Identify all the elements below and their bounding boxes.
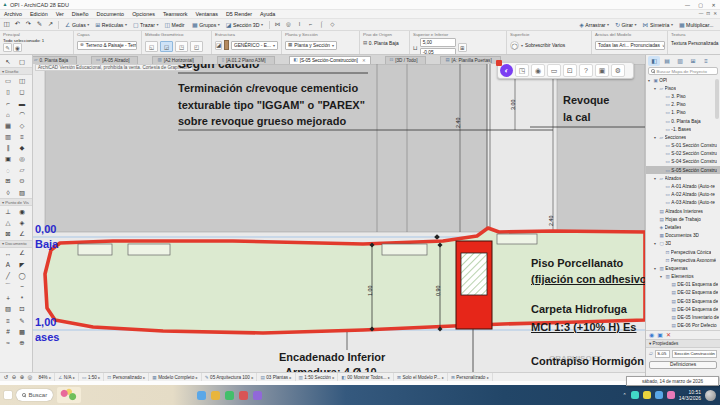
menu-item[interactable]: Opciones — [128, 11, 159, 17]
document-tool-icon[interactable]: ≡ — [1, 315, 15, 326]
tree-item[interactable]: ▭ S-05 Sección Constru — [646, 166, 720, 174]
design-tool-icon[interactable]: ◇ — [15, 120, 29, 131]
tray-chevron-icon[interactable]: ⌃ — [623, 392, 627, 398]
tray-app-icon[interactable] — [655, 391, 663, 399]
tree-item[interactable]: ▤ DE-06 Por Defecto — [646, 322, 720, 330]
menu-item[interactable]: Diseño — [68, 11, 93, 17]
document-tool-icon[interactable]: ◤ — [15, 259, 29, 270]
document-tool-icon[interactable]: ▩ — [15, 326, 29, 337]
principal-icon[interactable]: ◉ — [13, 43, 22, 52]
quick-option-field[interactable]: 84%▸ — [34, 373, 55, 381]
palette-icon[interactable]: ▭ — [547, 64, 561, 77]
minimize-button[interactable]: — — [681, 0, 694, 9]
toolbar-icon[interactable]: ⋈ — [273, 20, 282, 29]
design-tool-icon[interactable]: ▬ — [15, 98, 29, 109]
geometry-method-icon[interactable]: ◳ — [175, 41, 188, 52]
zoom-control-icon[interactable]: ↺ — [2, 374, 10, 380]
quick-option-field[interactable]: ▦Modelo Completo▸ — [149, 373, 201, 381]
document-tool-icon[interactable]: ╱ — [1, 270, 15, 281]
design-tool-icon[interactable]: ◊ — [1, 187, 15, 198]
document-tool-icon[interactable]: # — [1, 326, 15, 337]
toolbox-section-document[interactable]: ▾ Documento — [0, 240, 32, 248]
doc-close-icon[interactable]: ✕ — [713, 11, 717, 16]
toolbar-icon[interactable]: ↷ — [24, 20, 33, 29]
design-tool-icon[interactable]: ≡ — [15, 131, 29, 142]
design-tool-icon[interactable]: ⌂ — [1, 109, 15, 120]
tree-expand-icon[interactable]: ▾ — [648, 78, 652, 83]
geometry-method-icon[interactable]: ◲ — [160, 41, 173, 52]
toolbar-icon[interactable]: ◇ — [328, 20, 337, 29]
navigator-search-input[interactable]: Buscar Mapa de Proyecto — [648, 67, 718, 75]
new-viewpoint-icon[interactable]: ▣ — [657, 332, 663, 338]
toolbox-section-design[interactable]: ▾ Diseño — [0, 67, 32, 75]
start-button[interactable] — [4, 391, 12, 399]
design-tool-icon[interactable]: ▭ — [1, 75, 15, 86]
layer-dropdown[interactable]: ⊛ Terreno & Paisaje - Terre...▾ — [77, 41, 137, 50]
composite-icon[interactable]: ◪ — [215, 41, 222, 50]
tree-expand-icon[interactable]: ▾ — [654, 176, 658, 181]
structure-dropdown[interactable]: GENÉRICO - E...▾ — [231, 41, 278, 50]
document-tool-icon[interactable]: ✎ — [15, 315, 29, 326]
quick-option-field[interactable]: ▤03 Plantas▸ — [257, 373, 295, 381]
tree-item[interactable]: ▾ ▱ Pisos — [646, 84, 720, 92]
copilot-icon[interactable] — [705, 390, 716, 401]
property-name-field[interactable]: Sección Construcción — [672, 350, 717, 358]
view-tab[interactable]: ▥[A2 Horizontal] — [152, 56, 202, 64]
taskbar-app-icon[interactable] — [225, 391, 234, 400]
design-tool-icon[interactable]: ▦ — [1, 120, 15, 131]
quick-option-field[interactable]: ◧00 Mostrar Todos...▸ — [338, 373, 394, 381]
tree-item[interactable]: ▤ DE-05 Inventario de — [646, 313, 720, 321]
tree-item[interactable]: ▭ 0. Planta Baja — [646, 117, 720, 125]
design-tool-icon[interactable]: ⊙ — [15, 176, 29, 187]
zoom-control-icon[interactable]: ⊕ — [18, 374, 26, 380]
menu-item[interactable]: D5 Render — [222, 11, 256, 17]
tree-item[interactable]: ▾ ▥ Elementos — [646, 273, 720, 281]
palette-icon[interactable]: ⊡ — [563, 64, 577, 77]
view-tab[interactable]: ▤[A: Planilla Puertas] — [440, 56, 500, 64]
document-tool-icon[interactable]: ~ — [15, 281, 29, 292]
select-tool-icon[interactable]: ↖ — [1, 56, 15, 67]
doc-restore-icon[interactable]: ⊡ — [706, 11, 710, 16]
view-tab[interactable]: ⊡[3D / Todo] — [385, 56, 427, 64]
taskbar-clock[interactable]: 10:51 14/3/2026 — [679, 389, 701, 402]
toolbar-button[interactable]: ◈Arrastrar▾ — [576, 20, 612, 30]
toolbar-button[interactable]: ◪Sección 3D▾ — [223, 20, 266, 30]
edges-dropdown[interactable]: Todas las Ari... Pronunciadas∨ — [595, 41, 665, 50]
menu-item[interactable]: Archivo — [0, 11, 26, 17]
tree-item[interactable]: ▾ ▥ Esquemas — [646, 264, 720, 272]
toolbar-button[interactable]: ▦Multiplicar... — [676, 20, 718, 30]
quick-option-field[interactable]: ▭1:50▸ — [79, 373, 104, 381]
design-tool-icon[interactable]: ⌐ — [1, 98, 15, 109]
tree-expand-icon[interactable]: ▾ — [654, 241, 658, 246]
delete-icon[interactable]: ✕ — [666, 332, 671, 338]
toolbar-button[interactable]: ⊞Retículas▾ — [92, 20, 130, 30]
design-tool-icon[interactable]: ▥ — [1, 131, 15, 142]
toolbar-button[interactable]: ▢Trazar▾ — [130, 20, 161, 30]
tray-app-icon[interactable] — [643, 391, 651, 399]
annotation-contrapiso[interactable]: Contrapiso Hormigón — [531, 355, 644, 367]
menu-item[interactable]: Edición — [26, 11, 52, 17]
document-tool-icon[interactable]: ◯ — [15, 270, 29, 281]
annotation-encadenado-1[interactable]: Encadenado Inferior — [279, 351, 385, 363]
document-tool-icon[interactable]: + — [1, 293, 15, 304]
navigator-header-icon[interactable]: ▤ — [661, 56, 673, 66]
tray-app-icon[interactable] — [667, 391, 675, 399]
geometry-method-icon[interactable]: ◱ — [145, 41, 158, 52]
beam-rect[interactable] — [78, 244, 112, 255]
toolbar-icon[interactable]: ◫ — [2, 20, 11, 29]
document-tool-icon[interactable]: ⌒ — [1, 281, 15, 292]
select-tool-icon[interactable]: ▢ — [15, 56, 29, 67]
tree-item[interactable]: ▤ DE-02 Esquema de — [646, 289, 720, 297]
taskbar-app-icon[interactable] — [239, 391, 248, 400]
menu-item[interactable]: Ayuda — [256, 11, 279, 17]
viewpoint-tool-icon[interactable]: ◉ — [15, 206, 29, 217]
widgets-button[interactable] — [57, 387, 81, 403]
tree-scrollbar[interactable] — [715, 79, 719, 119]
design-tool-icon[interactable]: ◫ — [15, 75, 29, 86]
document-tool-icon[interactable]: ▨ — [1, 304, 15, 315]
toolbar-button[interactable]: ∠Guías▾ — [62, 20, 92, 30]
toolbar-icon[interactable]: ↗ — [46, 20, 55, 29]
tray-app-icon[interactable] — [631, 391, 639, 399]
taskbar-search[interactable]: Buscar — [16, 389, 53, 401]
toolbar-icon[interactable]: ✎ — [35, 20, 44, 29]
